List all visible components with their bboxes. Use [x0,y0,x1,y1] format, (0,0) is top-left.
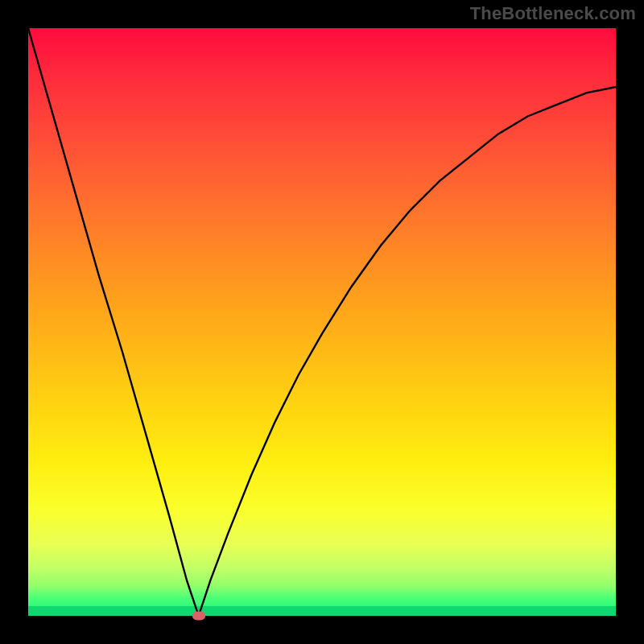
bottleneck-curve [28,28,616,616]
green-band [28,606,616,616]
plot-area [28,28,616,616]
watermark-label: TheBottleneck.com [470,3,636,24]
chart-frame: TheBottleneck.com [0,0,644,644]
curve-svg [28,28,616,616]
